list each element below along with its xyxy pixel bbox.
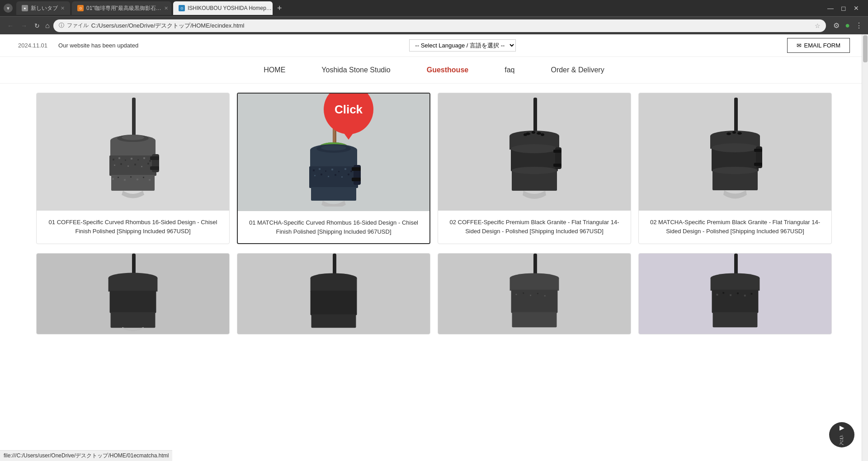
nav-guesthouse[interactable]: Guesthouse [427, 66, 468, 74]
product-card-2[interactable]: Click [237, 93, 430, 244]
bookmark-icon[interactable]: ☆ [815, 22, 821, 29]
nav-faq[interactable]: faq [505, 66, 514, 74]
svg-rect-26 [150, 156, 159, 160]
email-form-button[interactable]: ✉ EMAIL FORM [787, 38, 850, 53]
product-card-bottom-1[interactable] [36, 253, 230, 334]
svg-rect-87 [110, 291, 156, 313]
address-input[interactable]: ⓘ ファイル C:/Users/user/OneDrive/デスクトップ/HOM… [53, 19, 826, 32]
svg-rect-52 [352, 167, 361, 171]
minimize-button[interactable]: — [826, 5, 835, 12]
svg-rect-104 [734, 254, 738, 276]
product-grid: 01 COFFEE-Specific Curved Rhombus 16-Sid… [0, 84, 868, 253]
svg-rect-96 [510, 278, 559, 291]
svg-rect-108 [713, 312, 758, 328]
svg-point-77 [712, 167, 758, 174]
scrollbar[interactable] [862, 34, 868, 423]
product-title-2: 01 MATCHA-Specific Curved Rhombus 16-Sid… [243, 218, 424, 236]
svg-rect-100 [523, 292, 524, 294]
svg-rect-4 [113, 159, 114, 160]
svg-rect-13 [127, 165, 129, 167]
svg-rect-98 [512, 312, 557, 328]
svg-rect-42 [344, 168, 346, 170]
restore-button[interactable]: ◻ [839, 5, 848, 12]
tab-1-close[interactable]: ✕ [61, 5, 65, 11]
svg-rect-0 [132, 98, 136, 138]
extensions-icon[interactable]: ⚙ [833, 21, 840, 30]
product-card-bottom-4[interactable] [638, 253, 832, 334]
svg-point-29 [122, 135, 144, 140]
nav-home[interactable]: HOME [264, 66, 285, 74]
svg-rect-112 [737, 292, 739, 294]
svg-point-62 [512, 167, 557, 174]
menu-icon[interactable]: ⋮ [855, 21, 863, 30]
scrollbar-thumb[interactable] [863, 35, 868, 62]
tab-3-label: ISHIKOUBOU YOSHIDA Homep… [188, 5, 272, 11]
tab-history-back[interactable]: ▼ [4, 4, 13, 13]
svg-rect-92 [311, 291, 357, 315]
svg-rect-50 [311, 187, 356, 201]
svg-rect-101 [530, 295, 531, 296]
product-grid-bottom [0, 253, 868, 343]
top-bar-left: 2024.11.01 Our website has been updated [18, 42, 138, 49]
grinder-svg-4 [694, 98, 776, 206]
svg-rect-79 [754, 149, 762, 152]
svg-rect-11 [114, 165, 115, 166]
language-selector[interactable]: -- Select Language / 言語を選択 -- [409, 39, 516, 52]
product-card-3[interactable]: 02 COFFEE-Specific Premium Black Granite… [438, 93, 631, 244]
product-card-1[interactable]: 01 COFFEE-Specific Curved Rhombus 16-Sid… [36, 93, 230, 244]
website-content: 2024.11.01 Our website has been updated … [0, 34, 868, 423]
nav-order[interactable]: Order & Delivery [551, 66, 604, 74]
svg-rect-89 [333, 254, 336, 276]
tab-1[interactable]: ● 新しいタブ ✕ [16, 1, 70, 15]
grinder-svg-3 [494, 98, 575, 206]
svg-rect-111 [730, 294, 731, 296]
svg-rect-103 [544, 295, 546, 296]
svg-point-68 [537, 132, 541, 135]
product-img-bottom-3 [438, 254, 631, 334]
top-bar: 2024.11.01 Our website has been updated … [0, 34, 868, 57]
svg-rect-113 [744, 295, 746, 296]
tab-bar: ▼ ● 新しいタブ ✕ ⊙ 01"咖琲専用"最高級黒御影石… ✕ ⊙ ISHIK… [0, 0, 868, 16]
svg-rect-65 [553, 164, 561, 167]
nav-studio[interactable]: Yoshida Stone Studio [321, 66, 390, 74]
product-card-4[interactable]: 02 MATCHA-Specific Premium Black Granite… [638, 93, 832, 244]
svg-rect-40 [331, 169, 333, 170]
browser-chrome: ▼ ● 新しいタブ ✕ ⊙ 01"咖琲専用"最高級黒御影石… ✕ ⊙ ISHIK… [0, 0, 868, 34]
product-card-bottom-3[interactable] [438, 253, 631, 334]
tab-2-close[interactable]: ✕ [164, 5, 168, 11]
home-button[interactable]: ⌂ [45, 22, 50, 30]
svg-rect-86 [108, 278, 158, 292]
product-title-1: 01 COFFEE-Specific Curved Rhombus 16-Sid… [42, 218, 224, 235]
tab-2[interactable]: ⊙ 01"咖琲専用"最高級黒御影石… ✕ [72, 1, 171, 15]
svg-rect-8 [137, 159, 139, 160]
product-info-1: 01 COFFEE-Specific Curved Rhombus 16-Sid… [37, 211, 229, 243]
email-btn-label: EMAIL FORM [804, 42, 840, 49]
svg-rect-97 [511, 290, 558, 313]
date-text: 2024.11.01 [18, 42, 47, 49]
product-image-2: Click [238, 94, 429, 211]
svg-rect-106 [711, 278, 760, 291]
grinder-bottom-svg-1 [37, 254, 229, 334]
new-tab-button[interactable]: + [274, 4, 285, 13]
svg-rect-3 [109, 155, 156, 176]
svg-rect-47 [335, 174, 336, 176]
back-button[interactable]: ← [5, 21, 15, 30]
svg-rect-45 [321, 174, 322, 175]
tab-3[interactable]: ⊙ ISHIKOUBOU YOSHIDA Homep… ✕ [173, 1, 273, 15]
click-label: Click [335, 103, 363, 117]
svg-rect-14 [134, 164, 136, 165]
file-icon: ⓘ [59, 22, 64, 29]
svg-rect-18 [112, 178, 114, 180]
close-window-button[interactable]: ✕ [852, 5, 861, 12]
svg-rect-5 [118, 157, 120, 159]
svg-rect-38 [319, 168, 321, 170]
svg-rect-10 [149, 160, 151, 162]
reload-button[interactable]: ↻ [33, 21, 42, 30]
product-info-2: 01 MATCHA-Specific Curved Rhombus 16-Sid… [238, 211, 429, 243]
product-card-bottom-2[interactable] [237, 253, 430, 334]
svg-rect-22 [137, 179, 138, 180]
forward-button[interactable]: → [19, 21, 29, 30]
profile-icon[interactable]: ● [845, 21, 850, 30]
main-navigation: HOME Yoshida Stone Studio Guesthouse faq… [0, 57, 868, 84]
svg-point-75 [712, 143, 759, 152]
